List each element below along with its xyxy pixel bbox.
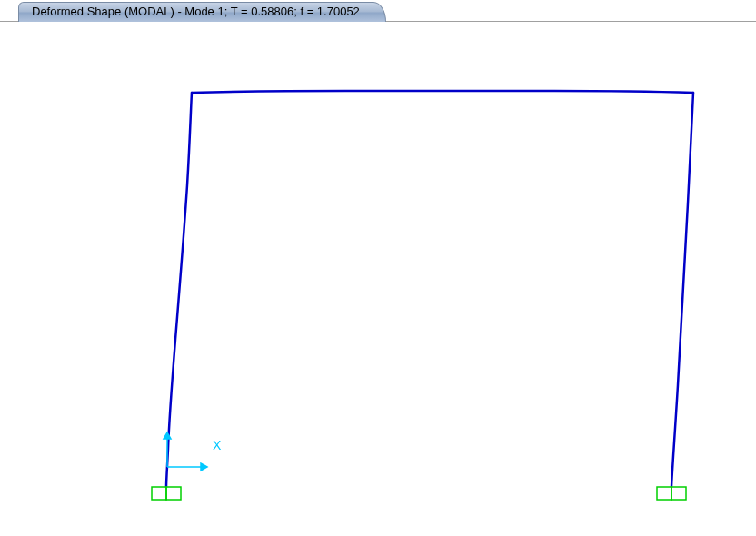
right-support-box (657, 487, 671, 500)
left-column (166, 93, 192, 487)
tab-bar: Deformed Shape (MODAL) - Mode 1; T = 0.5… (0, 0, 756, 22)
top-beam (192, 91, 693, 93)
left-support-box-2 (166, 487, 181, 500)
viewport-3d[interactable]: X (0, 22, 756, 536)
left-support-box (152, 487, 166, 500)
x-axis-arrowhead (201, 463, 207, 471)
tab-deformed-shape[interactable]: Deformed Shape (MODAL) - Mode 1; T = 0.5… (18, 2, 386, 22)
x-axis-label: X (213, 438, 221, 452)
right-column (671, 93, 693, 487)
right-support-box-2 (671, 487, 686, 500)
deformed-frame (166, 91, 693, 487)
model-canvas (0, 22, 756, 536)
tab-title: Deformed Shape (MODAL) - Mode 1; T = 0.5… (32, 5, 360, 18)
supports (152, 487, 686, 500)
coordinate-axes (164, 432, 207, 471)
